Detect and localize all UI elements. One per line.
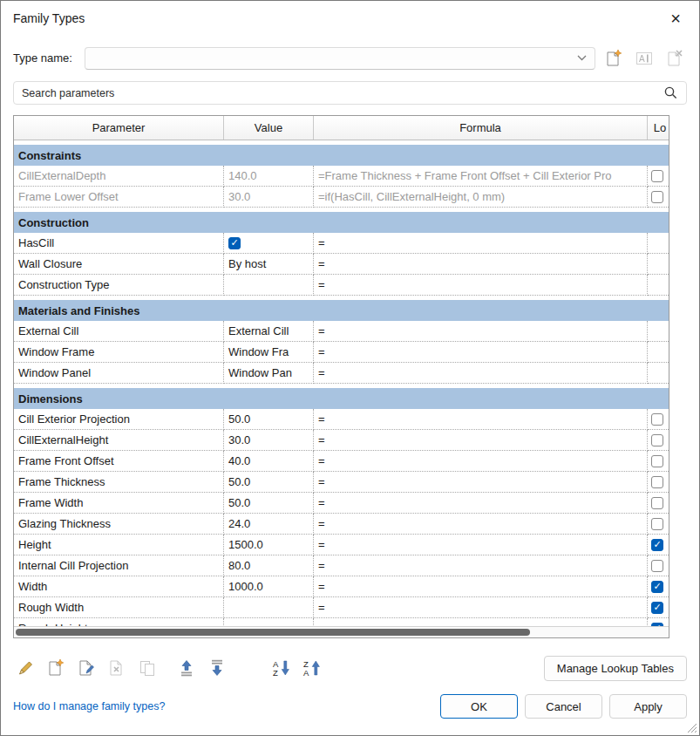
- value-checkbox[interactable]: [228, 237, 241, 249]
- parameter-formula[interactable]: =if(HasCill, CillExternalHeight, 0 mm): [314, 187, 648, 208]
- parameter-value[interactable]: [224, 618, 314, 626]
- lock-checkbox[interactable]: [651, 518, 663, 530]
- parameter-name: Cill Exterior Projection: [14, 409, 224, 430]
- table-row: Frame Width50.0=: [14, 493, 669, 514]
- table-row: Window PanelWindow Pan=: [14, 363, 669, 384]
- parameter-formula[interactable]: =: [314, 321, 648, 342]
- parameter-formula[interactable]: =Frame Thickness + Frame Front Offset + …: [314, 166, 648, 187]
- horizontal-scrollbar[interactable]: [14, 626, 669, 637]
- import-parameters-button[interactable]: [74, 655, 99, 681]
- parameter-value[interactable]: [224, 597, 314, 618]
- parameter-formula[interactable]: =: [314, 409, 648, 430]
- parameter-value[interactable]: 24.0: [224, 514, 314, 535]
- lock-checkbox[interactable]: [651, 539, 663, 551]
- lock-checkbox[interactable]: [651, 434, 663, 446]
- lock-cell: [648, 363, 669, 384]
- search-icon: [663, 85, 678, 100]
- parameter-value[interactable]: 1500.0: [224, 535, 314, 555]
- column-header-value[interactable]: Value: [224, 116, 314, 140]
- lock-checkbox[interactable]: [651, 560, 663, 572]
- duplicate-parameter-button[interactable]: [135, 655, 160, 681]
- parameter-name: Frame Front Offset: [14, 451, 224, 472]
- lock-checkbox[interactable]: [651, 170, 663, 182]
- parameter-value[interactable]: 1000.0: [224, 576, 314, 597]
- param-table-body: ConstraintsCillExternalDepth140.0=Frame …: [14, 140, 669, 626]
- lock-checkbox[interactable]: [651, 455, 663, 467]
- parameter-value[interactable]: Window Fra: [224, 342, 314, 363]
- lock-checkbox[interactable]: [651, 497, 663, 509]
- parameter-formula[interactable]: =: [314, 451, 648, 472]
- parameter-formula[interactable]: =: [314, 493, 648, 514]
- lock-checkbox[interactable]: [651, 191, 663, 203]
- parameter-name: Rough Width: [14, 597, 224, 618]
- new-parameter-button[interactable]: [44, 655, 68, 681]
- duplicate-parameter-icon: [138, 658, 157, 678]
- window-title: Family Types: [13, 11, 661, 25]
- parameter-formula[interactable]: =: [314, 233, 648, 254]
- parameter-value[interactable]: By host: [224, 254, 314, 275]
- parameter-formula[interactable]: =: [314, 576, 648, 597]
- delete-parameter-button[interactable]: [105, 655, 129, 681]
- search-input[interactable]: Search parameters: [13, 81, 687, 105]
- column-header-lock[interactable]: Lo: [648, 116, 669, 140]
- new-type-button[interactable]: [601, 46, 626, 71]
- parameter-formula[interactable]: =: [314, 555, 648, 576]
- parameter-value[interactable]: 50.0: [224, 493, 314, 514]
- close-button[interactable]: ×: [661, 5, 690, 31]
- apply-button[interactable]: Apply: [609, 694, 687, 719]
- rename-type-icon: A: [635, 49, 654, 68]
- parameter-formula[interactable]: [314, 618, 648, 626]
- column-header-parameter[interactable]: Parameter: [14, 116, 224, 140]
- parameter-formula[interactable]: =: [314, 535, 648, 555]
- lock-cell: [648, 166, 669, 187]
- lock-cell: [648, 597, 669, 618]
- manage-lookup-tables-button[interactable]: Manage Lookup Tables: [544, 656, 687, 681]
- table-row: HasCill=: [14, 233, 669, 254]
- lock-checkbox[interactable]: [651, 413, 663, 426]
- ok-button[interactable]: OK: [440, 694, 518, 719]
- parameter-value[interactable]: Window Pan: [224, 363, 314, 384]
- parameter-name: Window Panel: [14, 363, 224, 384]
- column-header-formula[interactable]: Formula: [314, 116, 648, 140]
- parameter-formula[interactable]: =: [314, 597, 648, 618]
- resize-grip[interactable]: [687, 723, 697, 733]
- parameter-value[interactable]: [224, 275, 314, 296]
- parameter-name: Frame Thickness: [14, 472, 224, 493]
- edit-parameter-button[interactable]: [13, 655, 37, 681]
- parameter-value[interactable]: 40.0: [224, 451, 314, 472]
- cancel-button[interactable]: Cancel: [525, 694, 602, 719]
- parameter-formula[interactable]: =: [314, 254, 648, 275]
- sort-ascending-button[interactable]: A Z: [268, 655, 293, 681]
- parameter-value[interactable]: 30.0: [224, 187, 314, 208]
- parameter-value[interactable]: External Cill: [224, 321, 314, 342]
- scrollbar-thumb[interactable]: [16, 629, 530, 636]
- sort-descending-button[interactable]: Z A: [299, 655, 323, 681]
- help-link[interactable]: How do I manage family types?: [13, 700, 165, 712]
- lock-cell: [648, 472, 669, 493]
- parameter-value[interactable]: 140.0: [224, 166, 314, 187]
- type-name-row: Type name: A: [13, 46, 687, 70]
- parameter-value[interactable]: [224, 233, 314, 254]
- parameter-formula[interactable]: =: [314, 275, 648, 296]
- parameter-value[interactable]: 50.0: [224, 472, 314, 493]
- svg-text:Z: Z: [303, 659, 309, 669]
- parameter-name: Wall Closure: [14, 254, 224, 275]
- lock-checkbox[interactable]: [651, 476, 663, 488]
- move-up-button[interactable]: [174, 655, 199, 681]
- parameter-formula[interactable]: =: [314, 363, 648, 384]
- parameter-formula[interactable]: =: [314, 472, 648, 493]
- parameter-value[interactable]: 30.0: [224, 430, 314, 451]
- parameter-formula[interactable]: =: [314, 514, 648, 535]
- parameter-value[interactable]: 80.0: [224, 555, 314, 576]
- search-placeholder: Search parameters: [22, 87, 663, 99]
- lock-checkbox[interactable]: [651, 602, 663, 614]
- parameter-formula[interactable]: =: [314, 342, 648, 363]
- lock-cell: [648, 493, 669, 514]
- lock-checkbox[interactable]: [651, 581, 663, 593]
- type-name-select[interactable]: [85, 47, 595, 70]
- parameter-formula[interactable]: =: [314, 430, 648, 451]
- rename-type-button[interactable]: A: [632, 46, 656, 71]
- move-down-button[interactable]: [205, 655, 229, 681]
- delete-type-button[interactable]: [663, 46, 687, 71]
- parameter-value[interactable]: 50.0: [224, 409, 314, 430]
